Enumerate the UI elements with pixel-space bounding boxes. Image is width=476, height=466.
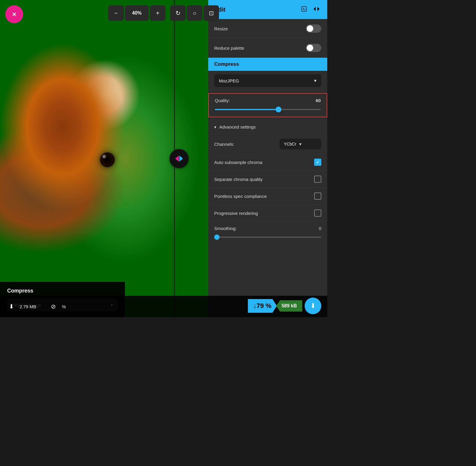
codec-value: MozJPEG xyxy=(219,78,239,83)
compare-handle[interactable] xyxy=(170,149,189,168)
quality-slider-fill xyxy=(215,109,278,110)
percent-status-icon: ⊘ xyxy=(48,301,59,312)
minus-icon: − xyxy=(114,10,118,17)
pointless-spec-checkbox[interactable] xyxy=(314,193,321,200)
quality-row: Quality: 60 xyxy=(208,93,327,117)
terminal-icon-button[interactable] xyxy=(299,5,309,14)
close-icon: × xyxy=(12,10,16,18)
crop-icon: ⊡ xyxy=(209,10,214,17)
circle-button[interactable]: ○ xyxy=(187,5,202,21)
channels-chevron: ▾ xyxy=(299,142,301,146)
pointless-spec-label: Pointless spec compliance xyxy=(214,194,267,199)
reduce-palette-row: Reduce palette xyxy=(208,38,327,58)
pointless-spec-row: Pointless spec compliance xyxy=(208,188,327,205)
compress-section-title: Compress xyxy=(214,61,239,67)
smoothing-slider-wrapper[interactable] xyxy=(214,234,321,240)
reduce-palette-toggle[interactable] xyxy=(306,44,321,52)
resize-row: Resize xyxy=(208,19,327,38)
circle-icon: ○ xyxy=(193,10,196,17)
advanced-settings-title: Advanced settings xyxy=(219,124,256,129)
svg-marker-2 xyxy=(314,7,316,11)
quality-slider-track xyxy=(215,109,321,110)
auto-subsample-checkbox[interactable]: ✓ xyxy=(314,159,321,166)
progressive-rendering-label: Progressive rendering xyxy=(214,211,258,216)
checkmark-icon: ✓ xyxy=(316,160,320,165)
codec-row: MozJPEG ▾ xyxy=(208,71,327,91)
bottom-status-bar: ⬇ 2.79 MB ⊘ % ↓79 % 589 kB ⬇ xyxy=(0,296,327,317)
smoothing-label: Smoothing: xyxy=(214,226,237,231)
download-icon: ⬇ xyxy=(310,302,316,310)
quality-label: Quality: xyxy=(215,98,230,103)
separate-chroma-row: Separate chroma quality xyxy=(208,171,327,188)
zoom-value-display: 40 % xyxy=(125,5,149,21)
quality-header: Quality: 60 xyxy=(215,98,321,103)
panda-eye xyxy=(100,152,115,167)
resize-toggle[interactable] xyxy=(306,24,321,33)
codec-dropdown[interactable]: MozJPEG ▾ xyxy=(214,74,321,87)
smoothing-row: Smoothing: 0 xyxy=(208,222,327,244)
download-button[interactable]: ⬇ xyxy=(305,298,321,314)
smoothing-value-display: 0 xyxy=(319,226,321,231)
download-status-icon: ⬇ xyxy=(6,301,17,312)
channels-dropdown[interactable]: YCbCr ▾ xyxy=(280,139,321,149)
reduce-palette-label: Reduce palette xyxy=(214,46,244,51)
arrow-toggle-icon xyxy=(313,7,320,13)
plus-icon: + xyxy=(156,10,159,17)
advanced-chevron-icon: ▾ xyxy=(214,125,216,129)
edit-header-icons xyxy=(299,5,321,14)
zoom-unit: % xyxy=(137,10,142,16)
channels-label: Channels: xyxy=(214,142,234,147)
percent-item: ⊘ % xyxy=(48,301,66,312)
output-size-value: 589 kB xyxy=(281,303,297,308)
auto-subsample-label: Auto subsample chroma xyxy=(214,160,262,165)
zoom-out-button[interactable]: − xyxy=(108,5,124,21)
quality-slider-wrapper[interactable] xyxy=(215,107,321,112)
close-button[interactable]: × xyxy=(5,5,23,23)
separate-chroma-checkbox[interactable] xyxy=(314,176,321,183)
compare-arrows xyxy=(175,156,183,162)
progressive-rendering-row: Progressive rendering xyxy=(208,205,327,222)
reduction-badge: ↓79 % xyxy=(248,299,277,313)
arrow-right-icon xyxy=(179,156,183,162)
original-size-value: 2.79 MB xyxy=(20,304,36,309)
bottom-compress-title: Compress xyxy=(7,288,118,294)
codec-chevron: ▾ xyxy=(314,78,317,83)
channels-value: YCbCr xyxy=(284,142,296,146)
auto-subsample-row: Auto subsample chroma ✓ xyxy=(208,154,327,171)
separate-chroma-label: Separate chroma quality xyxy=(214,177,263,182)
rotate-icon: ↻ xyxy=(176,10,181,17)
download-badge-group: ↓79 % 589 kB ⬇ xyxy=(248,298,321,314)
smoothing-slider-track xyxy=(214,237,321,238)
channels-row: Channels: YCbCr ▾ xyxy=(208,135,327,154)
advanced-settings-header[interactable]: ▾ Advanced settings xyxy=(208,120,327,135)
reduction-label: ↓79 % xyxy=(253,302,271,310)
arrow-left-icon xyxy=(175,156,179,162)
smoothing-slider-thumb[interactable] xyxy=(214,234,220,240)
crop-button[interactable]: ⊡ xyxy=(203,5,219,21)
quality-value-display: 60 xyxy=(316,98,321,103)
svg-marker-3 xyxy=(317,7,320,11)
original-size-item: ⬇ 2.79 MB xyxy=(6,301,36,312)
compress-section-header: Compress xyxy=(208,58,327,71)
output-size-badge: 589 kB xyxy=(276,300,302,312)
edit-header: Edit xyxy=(208,0,327,19)
rotate-button[interactable]: ↻ xyxy=(170,5,186,21)
quality-slider-thumb[interactable] xyxy=(275,107,281,112)
settings-content: Resize Reduce palette Compress MozJPEG ▾… xyxy=(208,19,327,317)
smoothing-header: Smoothing: 0 xyxy=(214,226,321,231)
top-toolbar: − 40 % + ↻ ○ ⊡ xyxy=(108,5,219,21)
resize-label: Resize xyxy=(214,26,228,31)
terminal-icon xyxy=(301,6,307,13)
right-panel: Edit xyxy=(208,0,327,317)
percent-value: % xyxy=(62,304,66,309)
zoom-in-button[interactable]: + xyxy=(150,5,165,21)
progressive-rendering-checkbox[interactable] xyxy=(314,209,321,217)
zoom-number: 40 xyxy=(132,10,137,16)
arrow-toggle-button[interactable] xyxy=(312,5,321,14)
